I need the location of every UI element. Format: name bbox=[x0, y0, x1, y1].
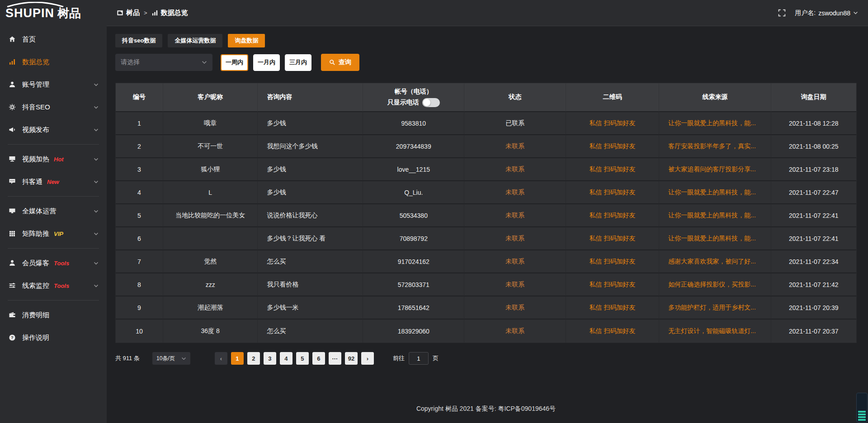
tab-douyin-seo-data[interactable]: 抖音seo数据 bbox=[115, 34, 162, 47]
megaphone-icon bbox=[8, 126, 16, 134]
cell-nickname: zzz bbox=[163, 273, 258, 296]
sidebar-item-operation-guide[interactable]: ?操作说明 bbox=[0, 326, 107, 349]
sidebar-item-omni-media[interactable]: 全媒体运营 bbox=[0, 200, 107, 222]
page-button-6[interactable]: 6 bbox=[312, 352, 325, 365]
column-header-date: 询盘日期 bbox=[771, 83, 856, 112]
topbar-right: 用户名: zswodun88 bbox=[778, 9, 858, 17]
widget-bar bbox=[858, 411, 866, 413]
qr-link[interactable]: 私信 扫码加好友 bbox=[566, 181, 659, 204]
question-icon: ? bbox=[8, 334, 16, 342]
source-link[interactable]: 让你一眼就爱上的黑科技，能... bbox=[659, 181, 771, 204]
toggle-knob bbox=[423, 99, 430, 106]
source-link[interactable]: 如何正确选择投影仪，买投影... bbox=[659, 273, 771, 296]
username-value: zswodun88 bbox=[818, 9, 850, 17]
user-icon bbox=[8, 80, 16, 89]
range-button-week[interactable]: 一周内 bbox=[221, 54, 248, 71]
sidebar-item-douyin-seo[interactable]: 抖音SEO bbox=[0, 96, 107, 118]
range-button-month[interactable]: 一月内 bbox=[253, 54, 280, 71]
table-header-row: 编号 客户昵称 咨询内容 帐号（电话） 只显示电话 状态 二维码 线索来源 bbox=[116, 83, 856, 112]
goto-page: 前往 页 bbox=[393, 352, 439, 365]
source-link[interactable]: 让你一眼就爱上的黑科技，能... bbox=[659, 112, 771, 135]
page-button-5[interactable]: 5 bbox=[296, 352, 309, 365]
cell-content: 我想问这个多少钱 bbox=[258, 135, 363, 158]
chevron-down-icon bbox=[853, 10, 858, 15]
breadcrumb-item-current[interactable]: 数据总览 bbox=[151, 9, 188, 17]
query-button[interactable]: 查询 bbox=[321, 54, 359, 71]
phone-only-toggle[interactable] bbox=[422, 98, 440, 107]
sidebar-item-video-heating[interactable]: 视频加热Hot bbox=[0, 148, 107, 170]
sidebar-item-account-management[interactable]: 账号管理 bbox=[0, 73, 107, 96]
qr-link[interactable]: 私信 扫码加好友 bbox=[566, 135, 659, 158]
page-button-3[interactable]: 3 bbox=[264, 352, 276, 365]
next-page-button[interactable]: › bbox=[361, 352, 374, 365]
prev-page-button[interactable]: ‹ bbox=[215, 352, 227, 365]
goto-page-input[interactable] bbox=[409, 352, 429, 365]
sidebar-item-label: 线索监控 bbox=[22, 282, 49, 290]
person-icon bbox=[8, 259, 16, 267]
page-button-2[interactable]: 2 bbox=[247, 352, 260, 365]
brand-logo-text-cn: 树品 bbox=[57, 5, 81, 21]
cell-content: 怎么买 bbox=[258, 320, 363, 343]
home-icon bbox=[8, 35, 16, 43]
page-size-select[interactable]: 10条/页 bbox=[152, 352, 190, 365]
query-button-label: 查询 bbox=[339, 58, 351, 66]
main-column: 树品 > 数据总览 用户名: zswodun88 抖音seo数据 全媒体运营数据… bbox=[107, 0, 868, 423]
qr-link[interactable]: 私信 扫码加好友 bbox=[566, 273, 659, 296]
breadcrumb-item-brand[interactable]: 树品 bbox=[117, 9, 140, 17]
qr-link[interactable]: 私信 扫码加好友 bbox=[566, 204, 659, 227]
sidebar-nav: 首页数据总览账号管理抖音SEO视频发布视频加热Hot抖客通New全媒体运营矩阵助… bbox=[0, 26, 107, 423]
cell-status: 未联系 bbox=[464, 273, 566, 296]
qr-link[interactable]: 私信 扫码加好友 bbox=[566, 320, 659, 343]
sidebar-item-home[interactable]: 首页 bbox=[0, 28, 107, 51]
sidebar-item-data-overview[interactable]: 数据总览 bbox=[0, 51, 107, 73]
qr-link[interactable]: 私信 扫码加好友 bbox=[566, 250, 659, 273]
chevron-down-icon bbox=[94, 179, 99, 184]
sidebar-item-douketong[interactable]: 抖客通New bbox=[0, 170, 107, 193]
page-button-4[interactable]: 4 bbox=[280, 352, 292, 365]
source-link[interactable]: 让你一眼就爱上的黑科技，能... bbox=[659, 204, 771, 227]
page-button-92[interactable]: 92 bbox=[345, 352, 358, 365]
logo-arc-decoration bbox=[5, 2, 65, 7]
source-link[interactable]: 客厅安装投影半年多了，真实... bbox=[659, 135, 771, 158]
filter-select[interactable]: 请选择 bbox=[115, 54, 212, 71]
qr-link[interactable]: 私信 扫码加好友 bbox=[566, 227, 659, 250]
cell-status: 未联系 bbox=[464, 250, 566, 273]
source-link[interactable]: 多功能护栏灯，适用于乡村文... bbox=[659, 296, 771, 320]
fullscreen-icon[interactable] bbox=[778, 9, 786, 17]
breadcrumb-separator: > bbox=[144, 9, 147, 16]
column-header-nickname: 客户昵称 bbox=[163, 83, 258, 112]
cell-nickname bbox=[163, 227, 258, 250]
qr-link[interactable]: 私信 扫码加好友 bbox=[566, 112, 659, 135]
cell-no: 1 bbox=[116, 112, 163, 135]
sidebar-badge: New bbox=[47, 179, 59, 185]
tab-omni-media-data[interactable]: 全媒体运营数据 bbox=[168, 34, 222, 47]
sidebar-item-matrix-boost[interactable]: 矩阵助推VIP bbox=[0, 222, 107, 245]
table-row: 1036度 8怎么买183929060未联系私信 扫码加好友无主灯设计，智能磁吸… bbox=[116, 320, 856, 343]
sidebar-item-consumption-detail[interactable]: 消费明细 bbox=[0, 304, 107, 326]
cell-status: 未联系 bbox=[464, 227, 566, 250]
source-link[interactable]: 让你一眼就爱上的黑科技，能... bbox=[659, 227, 771, 250]
source-link[interactable]: 无主灯设计，智能磁吸轨道灯... bbox=[659, 320, 771, 343]
sidebar-item-video-publish[interactable]: 视频发布 bbox=[0, 118, 107, 141]
page-ellipsis[interactable]: ··· bbox=[329, 352, 341, 365]
user-menu[interactable]: 用户名: zswodun88 bbox=[795, 9, 858, 17]
phone-only-row: 只显示电话 bbox=[363, 98, 464, 107]
cell-no: 8 bbox=[116, 273, 163, 296]
qr-link[interactable]: 私信 扫码加好友 bbox=[566, 158, 659, 181]
column-header-qrcode: 二维码 bbox=[566, 83, 659, 112]
cell-status: 未联系 bbox=[464, 296, 566, 320]
sidebar-item-clue-monitor[interactable]: 线索监控Tools bbox=[0, 274, 107, 297]
table-row: 5当地比较能吃的一位美女说说价格让我死心50534380未联系私信 扫码加好友让… bbox=[116, 204, 856, 227]
sidebar-item-label: 会员爆客 bbox=[22, 259, 49, 268]
range-button-quarter[interactable]: 三月内 bbox=[285, 54, 311, 71]
bar-chart-icon bbox=[151, 9, 158, 16]
source-link[interactable]: 感谢大家喜欢我家，被问了好... bbox=[659, 250, 771, 273]
qr-link[interactable]: 私信 扫码加好友 bbox=[566, 296, 659, 320]
page-button-1[interactable]: 1 bbox=[231, 352, 244, 365]
search-icon bbox=[329, 59, 335, 66]
sidebar: SHUPIN 树品 首页数据总览账号管理抖音SEO视频发布视频加热Hot抖客通N… bbox=[0, 0, 107, 423]
source-link[interactable]: 被大家追着问的客厅投影分享... bbox=[659, 158, 771, 181]
data-tabs: 抖音seo数据 全媒体运营数据 询盘数据 bbox=[115, 34, 857, 47]
tab-inquiry-data[interactable]: 询盘数据 bbox=[228, 34, 265, 47]
sidebar-item-member-burst[interactable]: 会员爆客Tools bbox=[0, 252, 107, 274]
